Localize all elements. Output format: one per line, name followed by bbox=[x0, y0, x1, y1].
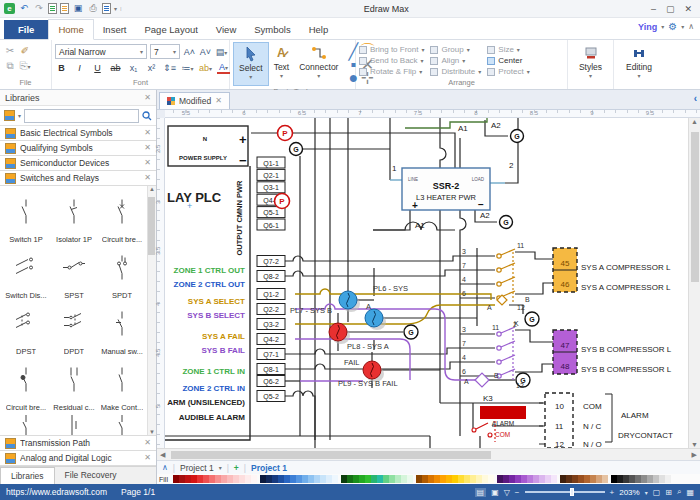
symbol-spst[interactable]: SPST bbox=[50, 244, 98, 300]
qat-dropdown-icon[interactable]: ▾ bbox=[114, 5, 117, 12]
rotate-flip-button[interactable]: Rotate & Flip▾ bbox=[359, 67, 424, 76]
settings-dropdown-icon[interactable]: ▾ bbox=[681, 23, 684, 30]
close-library-icon[interactable]: ✕ bbox=[144, 144, 151, 152]
library-menu-icon[interactable] bbox=[4, 110, 15, 121]
bring-to-front-button[interactable]: Bring to Front▾ bbox=[359, 45, 424, 54]
close-library-icon[interactable]: ✕ bbox=[144, 174, 151, 182]
scroll-up-icon[interactable]: ▲ bbox=[691, 118, 698, 125]
center-button[interactable]: Center bbox=[487, 56, 529, 65]
connector-tool-button[interactable]: Connector▾ bbox=[294, 42, 343, 86]
library-group-basic-electrical[interactable]: Basic Electrical Symbols ✕ bbox=[0, 126, 156, 141]
page-list-collapse-icon[interactable]: ∧ bbox=[162, 463, 168, 472]
close-panel-icon[interactable]: ✕ bbox=[144, 94, 151, 102]
editing-button[interactable]: Editing▾ bbox=[621, 42, 657, 86]
document-tab-modified[interactable]: Modified ✕ bbox=[159, 92, 230, 109]
page-view-icon[interactable]: ▣ bbox=[491, 488, 499, 497]
color-swatch[interactable] bbox=[251, 475, 257, 483]
size-button[interactable]: Size▾ bbox=[487, 45, 529, 54]
symbol-isolator-1p[interactable]: Isolator 1P bbox=[50, 188, 98, 244]
symbol-dpst[interactable]: DPST bbox=[2, 300, 50, 356]
zoom-in-icon[interactable]: + bbox=[610, 488, 615, 497]
library-group-analog-digital-logic[interactable]: Analog and Digital Logic ✕ bbox=[0, 451, 156, 466]
underline-icon[interactable]: U bbox=[91, 63, 104, 73]
text-tool-button[interactable]: A̷ Text▾ bbox=[269, 42, 295, 86]
library-group-semiconductor[interactable]: Semiconductor Devices ✕ bbox=[0, 156, 156, 171]
close-library-icon[interactable]: ✕ bbox=[144, 159, 151, 167]
new-document-icon[interactable] bbox=[48, 3, 57, 14]
zoom-slider[interactable] bbox=[525, 491, 605, 493]
color-swatch[interactable] bbox=[665, 475, 671, 483]
scroll-left-icon[interactable]: ◀ bbox=[157, 451, 168, 459]
tab-libraries[interactable]: Libraries bbox=[0, 467, 55, 484]
tab-file[interactable]: File bbox=[4, 20, 48, 39]
zoom-out-icon[interactable]: − bbox=[515, 488, 520, 497]
font-name-select[interactable]: Arial Narrow▾ bbox=[55, 44, 147, 59]
page-tab-project1[interactable]: Project 1 bbox=[251, 463, 287, 473]
tab-page-layout[interactable]: Page Layout bbox=[135, 20, 206, 39]
symbol-circuit-breaker[interactable]: Circuit bre... bbox=[98, 188, 146, 244]
symbol-spdt[interactable]: SPDT bbox=[98, 244, 146, 300]
scroll-right-icon[interactable]: ▶ bbox=[689, 451, 700, 459]
vertical-scrollbar-thumb[interactable] bbox=[691, 132, 699, 282]
vertical-scrollbar[interactable]: ▲ ▼ bbox=[688, 118, 700, 448]
zoom-slider-knob[interactable] bbox=[570, 488, 574, 496]
color-swatch[interactable] bbox=[602, 475, 608, 483]
symbol-partial[interactable] bbox=[50, 412, 98, 436]
copy-icon[interactable]: ⧉ bbox=[6, 60, 13, 72]
color-swatch[interactable] bbox=[332, 475, 338, 483]
fit-page-icon[interactable]: ▢ bbox=[653, 488, 661, 497]
drawing-canvas[interactable]: N POWER SUPPLY + − LAY PLC OUTPUT CMNN P… bbox=[165, 118, 688, 448]
align-icon[interactable]: ▤▾ bbox=[215, 47, 228, 57]
symbol-switch-1p[interactable]: Switch 1P bbox=[2, 188, 50, 244]
bold-icon[interactable]: B bbox=[55, 63, 68, 73]
select-tool-button[interactable]: Select▾ bbox=[233, 42, 269, 86]
print-icon[interactable]: ⎙ bbox=[87, 3, 99, 15]
send-to-back-button[interactable]: Send to Back▾ bbox=[359, 56, 424, 65]
grid-icon[interactable]: ▦ bbox=[686, 488, 694, 497]
tab-view[interactable]: View bbox=[207, 20, 245, 39]
status-url[interactable]: https://www.edrawsoft.com bbox=[6, 487, 107, 497]
symbols-scrollbar-thumb[interactable] bbox=[148, 197, 155, 255]
grow-font-icon[interactable]: A˄ bbox=[183, 47, 196, 57]
symbol-dpdt[interactable]: DPDT bbox=[50, 300, 98, 356]
library-group-switches-relays[interactable]: Switches and Relays ✕ bbox=[0, 171, 156, 186]
page-list-dropdown-icon[interactable]: ▾ bbox=[219, 464, 222, 471]
library-group-transmission-path[interactable]: Transmission Path ✕ bbox=[0, 436, 156, 451]
library-group-qualifying[interactable]: Qualifying Symbols ✕ bbox=[0, 141, 156, 156]
paste-icon[interactable]: ⎘▾ bbox=[19, 60, 30, 72]
font-color-icon[interactable]: A▾ bbox=[217, 62, 230, 74]
horizontal-scrollbar-thumb[interactable] bbox=[171, 451, 491, 459]
italic-icon[interactable]: I bbox=[73, 63, 86, 73]
collapse-panel-icon[interactable]: ‹ bbox=[694, 93, 697, 104]
scroll-down-icon[interactable]: ▼ bbox=[149, 429, 155, 435]
close-library-icon[interactable]: ✕ bbox=[144, 439, 151, 447]
account-name[interactable]: Ying bbox=[638, 22, 657, 32]
close-library-icon[interactable]: ✕ bbox=[144, 129, 151, 137]
scroll-down-icon[interactable]: ▼ bbox=[691, 441, 698, 448]
fit-width-icon[interactable]: ⊞ bbox=[665, 488, 672, 497]
export-icon[interactable] bbox=[102, 3, 111, 14]
horizontal-scrollbar[interactable]: ◀ ▶ bbox=[157, 448, 700, 460]
close-document-icon[interactable]: ✕ bbox=[215, 97, 222, 105]
undo-icon[interactable]: ↶ bbox=[18, 3, 30, 15]
tab-home[interactable]: Home bbox=[48, 19, 93, 40]
magnifier-icon[interactable]: ⌕ bbox=[677, 487, 681, 497]
scroll-up-icon[interactable]: ▲ bbox=[149, 186, 155, 192]
symbol-make-contact[interactable]: Make Cont... bbox=[98, 356, 146, 412]
zoom-level[interactable]: 203% bbox=[619, 488, 639, 497]
distribute-button[interactable]: Distribute▾ bbox=[430, 67, 481, 76]
format-painter-icon[interactable]: ✐ bbox=[21, 45, 29, 56]
account-dropdown-icon[interactable]: ▾ bbox=[661, 23, 664, 30]
styles-button[interactable]: Styles▾ bbox=[574, 42, 607, 86]
tab-help[interactable]: Help bbox=[300, 20, 338, 39]
group-button[interactable]: Group▾ bbox=[430, 45, 481, 54]
symbol-manual-switch[interactable]: Manual sw... bbox=[98, 300, 146, 356]
superscript-icon[interactable]: x² bbox=[145, 63, 158, 73]
close-button[interactable]: ✕ bbox=[684, 4, 692, 14]
library-search-input[interactable] bbox=[24, 109, 139, 123]
strikethrough-icon[interactable]: ab bbox=[109, 63, 122, 73]
add-page-button[interactable]: + bbox=[234, 463, 239, 473]
color-swatch[interactable] bbox=[407, 475, 413, 483]
search-icon[interactable] bbox=[142, 111, 152, 121]
close-library-icon[interactable]: ✕ bbox=[144, 454, 151, 462]
